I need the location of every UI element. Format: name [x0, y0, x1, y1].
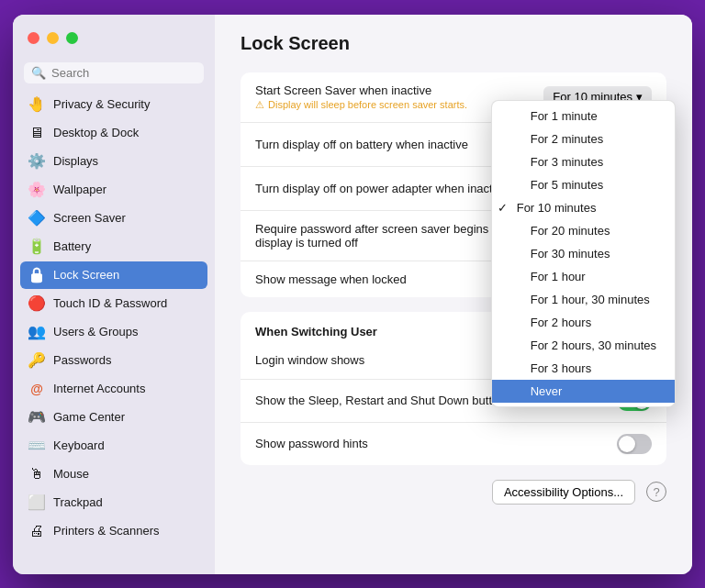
sidebar-item-label: Game Center — [53, 410, 125, 424]
sidebar-item-screen-saver[interactable]: 🔷 Screen Saver — [20, 205, 207, 232]
sidebar-item-battery[interactable]: 🔋 Battery — [20, 233, 207, 261]
sidebar-item-label: Battery — [53, 239, 91, 253]
option-label: For 3 hours — [531, 361, 591, 375]
dropdown-option-2min[interactable]: For 2 minutes — [492, 128, 675, 150]
sidebar-item-label: Displays — [53, 154, 98, 168]
printers-scanners-icon: 🖨 — [28, 522, 46, 540]
maximize-button[interactable] — [66, 32, 78, 44]
accessibility-options-button[interactable]: Accessibility Options... — [492, 480, 635, 505]
sidebar-item-trackpad[interactable]: ⬜ Trackpad — [20, 489, 207, 516]
dropdown-option-10min[interactable]: For 10 minutes — [492, 196, 675, 219]
sidebar-item-wallpaper[interactable]: 🌸 Wallpaper — [20, 176, 207, 204]
sidebar-item-printers-scanners[interactable]: 🖨 Printers & Scanners — [20, 517, 207, 545]
settings-row-screen-saver: Start Screen Saver when inactive ⚠ Displ… — [241, 72, 666, 123]
sidebar-item-keyboard[interactable]: ⌨️ Keyboard — [20, 432, 207, 460]
option-label: For 10 minutes — [517, 201, 597, 215]
internet-accounts-icon: @ — [28, 380, 46, 398]
dropdown-option-30min[interactable]: For 30 minutes — [492, 242, 675, 265]
option-label: For 1 hour — [531, 270, 586, 283]
option-label: Never — [531, 384, 563, 398]
mouse-icon: 🖱 — [28, 465, 46, 483]
search-input[interactable] — [51, 66, 196, 80]
row-control[interactable] — [617, 434, 652, 454]
warning-icon: ⚠ — [255, 99, 264, 111]
search-icon: 🔍 — [31, 66, 46, 80]
sidebar-item-label: Keyboard — [53, 438, 105, 452]
dropdown-option-never[interactable]: Never — [492, 380, 675, 403]
battery-icon: 🔋 — [28, 238, 46, 256]
touch-id-icon: 🔴 — [28, 294, 46, 313]
help-button[interactable]: ? — [646, 482, 666, 502]
page-title: Lock Screen — [241, 33, 666, 54]
sidebar-item-label: Passwords — [53, 353, 112, 367]
wallpaper-icon: 🌸 — [28, 181, 46, 199]
sidebar-item-label: Printers & Scanners — [53, 524, 160, 538]
sidebar-item-game-center[interactable]: 🎮 Game Center — [20, 404, 207, 431]
game-center-icon: 🎮 — [28, 408, 46, 427]
search-box[interactable]: 🔍 — [24, 62, 204, 83]
settings-group-top: Start Screen Saver when inactive ⚠ Displ… — [241, 72, 666, 297]
displays-icon: ⚙️ — [28, 152, 46, 171]
privacy-icon: 🤚 — [28, 95, 46, 114]
sidebar-item-label: Lock Screen — [53, 268, 119, 282]
toggle-knob — [619, 436, 635, 452]
option-label: For 1 minute — [531, 109, 598, 123]
minimize-button[interactable] — [47, 32, 59, 44]
sidebar: 🔍 🤚 Privacy & Security 🖥 Desktop & Dock … — [13, 15, 215, 574]
titlebar — [13, 15, 215, 62]
option-label: For 3 minutes — [531, 155, 603, 169]
dropdown-option-5min[interactable]: For 5 minutes — [492, 173, 675, 196]
dropdown-option-3hr[interactable]: For 3 hours — [492, 357, 675, 380]
sidebar-item-label: Desktop & Dock — [53, 126, 139, 139]
sidebar-item-privacy-security[interactable]: 🤚 Privacy & Security — [20, 91, 207, 118]
sidebar-item-mouse[interactable]: 🖱 Mouse — [20, 460, 207, 488]
option-label: For 5 minutes — [531, 178, 603, 192]
dropdown-option-2hr30[interactable]: For 2 hours, 30 minutes — [492, 334, 675, 357]
sidebar-item-label: Privacy & Security — [53, 97, 150, 111]
passwords-icon: 🔑 — [28, 351, 46, 370]
dropdown-option-2hr[interactable]: For 2 hours — [492, 311, 675, 334]
desktop-icon: 🖥 — [28, 124, 46, 142]
main-window: 🔍 🤚 Privacy & Security 🖥 Desktop & Dock … — [13, 15, 692, 574]
sidebar-item-passwords[interactable]: 🔑 Passwords — [20, 347, 207, 374]
row-control[interactable]: For 10 minutes ▾ For 1 minute For 2 minu… — [543, 86, 652, 107]
dropdown-option-1hr30[interactable]: For 1 hour, 30 minutes — [492, 288, 675, 311]
dropdown-option-1min[interactable]: For 1 minute — [492, 105, 675, 128]
sidebar-item-label: Screen Saver — [53, 211, 126, 225]
option-label: For 30 minutes — [531, 247, 610, 261]
sidebar-item-label: Mouse — [53, 467, 89, 481]
close-button[interactable] — [28, 32, 39, 44]
row-left: Show password hints — [255, 437, 617, 450]
option-label: For 2 hours — [531, 316, 591, 329]
keyboard-icon: ⌨️ — [28, 437, 46, 455]
sidebar-item-label: Trackpad — [53, 495, 103, 509]
option-label: For 2 minutes — [531, 132, 603, 146]
users-groups-icon: 👥 — [28, 323, 46, 341]
sidebar-item-label: Touch ID & Password — [53, 296, 167, 310]
sidebar-list: 🤚 Privacy & Security 🖥 Desktop & Dock ⚙️… — [13, 91, 215, 567]
row-label: Show password hints — [255, 437, 617, 450]
sidebar-item-touch-id[interactable]: 🔴 Touch ID & Password — [20, 290, 207, 317]
sidebar-item-users-groups[interactable]: 👥 Users & Groups — [20, 318, 207, 346]
dropdown-option-3min[interactable]: For 3 minutes — [492, 150, 675, 173]
option-label: For 1 hour, 30 minutes — [531, 293, 650, 306]
sidebar-item-label: Internet Accounts — [53, 382, 145, 395]
dropdown-option-20min[interactable]: For 20 minutes — [492, 219, 675, 242]
option-label: For 20 minutes — [531, 224, 610, 238]
main-content: Lock Screen Start Screen Saver when inac… — [215, 15, 692, 574]
dropdown-option-1hr[interactable]: For 1 hour — [492, 265, 675, 288]
row-label: Start Screen Saver when inactive — [255, 83, 543, 97]
settings-row-password-hints: Show password hints — [241, 423, 666, 465]
screen-saver-dropdown-popup: For 1 minute For 2 minutes For 3 minutes — [491, 100, 676, 407]
sidebar-item-label: Users & Groups — [53, 325, 138, 338]
sidebar-item-internet-accounts[interactable]: @ Internet Accounts — [20, 375, 207, 403]
sidebar-item-displays[interactable]: ⚙️ Displays — [20, 148, 207, 175]
option-label: For 2 hours, 30 minutes — [531, 338, 656, 352]
trackpad-icon: ⬜ — [28, 494, 46, 512]
sidebar-item-desktop-dock[interactable]: 🖥 Desktop & Dock — [20, 119, 207, 147]
screen-saver-icon: 🔷 — [28, 209, 46, 227]
password-hints-toggle[interactable] — [617, 434, 652, 454]
sidebar-item-label: Wallpaper — [53, 183, 106, 196]
bottom-row: Accessibility Options... ? — [241, 480, 666, 505]
sidebar-item-lock-screen[interactable]: 🔒 Lock Screen — [20, 261, 207, 289]
